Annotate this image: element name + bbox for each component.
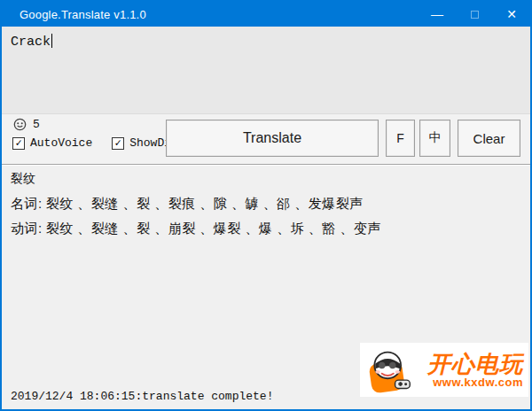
check-icon: ✓	[115, 138, 121, 149]
noun-pos-label: 名词:	[11, 196, 43, 211]
verb-pos-label: 动词:	[11, 221, 43, 236]
result-noun-line: 名词:裂纹 、裂缝 、裂 、裂痕 、隙 、罅 、郤 、发爆裂声	[11, 196, 521, 213]
check-icon: ✓	[15, 138, 21, 149]
app-window: Google.Translate v1.1.0 — ✕ Crack 5	[0, 0, 532, 411]
result-verb-line: 动词:裂纹 、裂缝 、裂 、崩裂 、爆裂 、爆 、坼 、豁 、变声	[11, 221, 521, 237]
status-text: 2019/12/4 18:06:15:translate complete!	[11, 390, 273, 403]
minimize-icon: —	[431, 10, 443, 19]
status-bar: 2019/12/4 18:06:15:translate complete!	[2, 383, 530, 409]
showdialog-checkbox-box: ✓	[112, 137, 124, 150]
verb-translations: 裂纹 、裂缝 、裂 、崩裂 、爆裂 、爆 、坼 、豁 、变声	[46, 221, 381, 236]
autovoice-checkbox[interactable]: ✓ AutoVoice	[12, 136, 92, 150]
voice-count-value: 5	[33, 118, 40, 131]
autovoice-checkbox-box: ✓	[12, 137, 25, 150]
source-text-input[interactable]: Crack	[2, 27, 530, 114]
maximize-icon	[471, 11, 479, 19]
controls-row: 5 ✓ AutoVoice ✓ ShowDialog Translate F 中…	[2, 114, 530, 164]
autovoice-label: AutoVoice	[30, 136, 92, 150]
maximize-button[interactable]	[456, 2, 493, 27]
clear-button[interactable]: Clear	[458, 120, 520, 157]
foreign-language-button[interactable]: F	[386, 120, 415, 157]
title-bar: Google.Translate v1.1.0 — ✕	[2, 2, 530, 27]
minimize-button[interactable]: —	[419, 2, 456, 27]
close-button[interactable]: ✕	[493, 2, 530, 27]
noun-translations: 裂纹 、裂缝 、裂 、裂痕 、隙 、罅 、郤 、发爆裂声	[46, 196, 364, 211]
close-icon: ✕	[506, 7, 517, 21]
window-title: Google.Translate v1.1.0	[2, 8, 146, 21]
text-caret	[51, 34, 52, 48]
voice-icon[interactable]	[13, 118, 27, 131]
translate-button[interactable]: Translate	[166, 120, 379, 157]
kxdw-brand-name: 开心电玩	[427, 353, 523, 376]
window-controls: — ✕	[419, 2, 530, 27]
chinese-language-button[interactable]: 中	[419, 120, 450, 157]
result-headword: 裂纹	[11, 171, 521, 187]
source-text-value: Crack	[11, 35, 51, 50]
voice-count-row: 5	[13, 118, 40, 131]
